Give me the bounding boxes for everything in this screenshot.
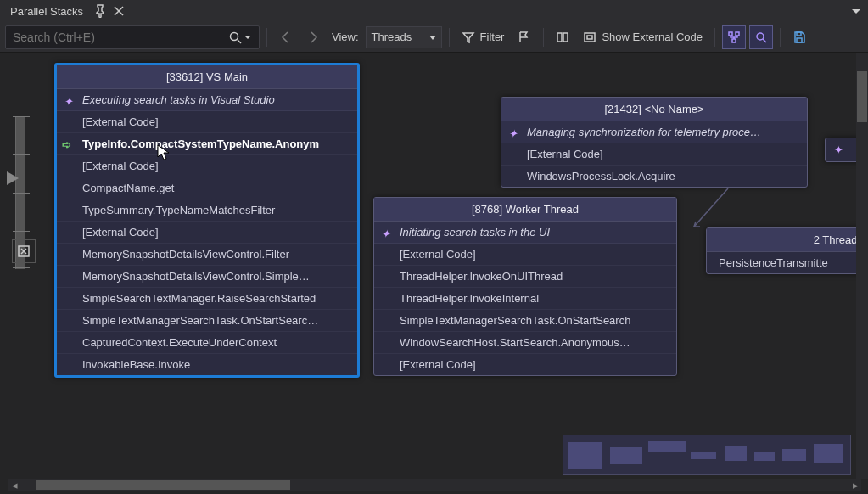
close-icon[interactable] xyxy=(110,3,127,20)
horizontal-scrollbar[interactable]: ◂ ▸ xyxy=(8,479,861,491)
scroll-left-icon[interactable]: ◂ xyxy=(8,479,20,491)
search-input-field[interactable] xyxy=(13,31,228,44)
stack-frame[interactable]: SimpleTextManagerSearchTask.OnStartSearc… xyxy=(57,310,357,332)
filter-label: Filter xyxy=(480,31,505,43)
stack-summary[interactable]: ✦ Initiating search tasks in the UI xyxy=(374,222,676,244)
svg-rect-4 xyxy=(587,36,592,39)
ai-sparkle-icon: ✦ xyxy=(64,95,73,108)
stack-summary[interactable]: ✦ Managing synchronization for telemetry… xyxy=(501,121,807,143)
scrollbar-thumb[interactable] xyxy=(36,480,290,490)
zoom-to-fit-button[interactable] xyxy=(12,239,36,263)
vertical-scrollbar[interactable] xyxy=(856,53,868,479)
view-label: View: xyxy=(332,31,359,43)
stack-frame[interactable]: CapturedContext.ExecuteUnderContext xyxy=(57,332,357,354)
view-select[interactable]: Threads xyxy=(366,26,442,48)
svg-point-0 xyxy=(231,32,238,40)
current-frame-icon: ➪ xyxy=(62,138,71,151)
scrollbar-thumb[interactable] xyxy=(857,71,867,122)
stack-frame[interactable]: [External Code] xyxy=(501,143,807,166)
stack-summary[interactable]: ✦ Executing search tasks in Visual Studi… xyxy=(57,89,357,111)
stack-frame[interactable]: SimpleTextManagerSearchTask.OnStartSearc… xyxy=(374,310,676,332)
stack-header[interactable]: [33612] VS Main xyxy=(57,65,357,89)
pin-icon[interactable] xyxy=(92,3,109,20)
nav-back-button[interactable] xyxy=(274,25,298,49)
titlebar: Parallel Stacks xyxy=(0,0,868,22)
toggle-method-view-button[interactable] xyxy=(551,25,574,49)
autolayout-button[interactable] xyxy=(722,25,746,49)
search-icon xyxy=(228,31,242,44)
stack-frame[interactable]: MemorySnapshotDetailsViewControl.Filter xyxy=(57,244,357,266)
stack-frame[interactable]: [External Code] xyxy=(374,354,676,375)
stack-frame[interactable]: ThreadHelper.InvokeInternal xyxy=(374,288,676,310)
ai-sparkle-icon: ✦ xyxy=(381,227,390,240)
stack-frame[interactable]: WindowSearchHost.StartSearch.Anonymous… xyxy=(374,332,676,354)
stack-frame[interactable]: SimpleSearchTextManager.RaiseSearchStart… xyxy=(57,288,357,310)
separator xyxy=(714,28,715,47)
ai-sparkle-icon: ✦ xyxy=(508,127,518,140)
window-menu-icon[interactable] xyxy=(848,3,865,20)
stack-frame[interactable]: ThreadHelper.InvokeOnUIThread xyxy=(374,266,676,288)
minimap[interactable] xyxy=(563,435,851,475)
stack-frame-current[interactable]: ➪ TypeInfo.CompactSystemTypeName.Anonym xyxy=(57,133,357,155)
zoom-control-button[interactable] xyxy=(749,25,773,49)
stack-frame[interactable]: [External Code] xyxy=(374,244,676,266)
stack-frame[interactable]: TypeSummary.TypeNameMatchesFilter xyxy=(57,199,357,222)
stack-header[interactable]: [21432] <No Name> xyxy=(501,98,807,121)
svg-point-8 xyxy=(757,33,764,40)
filter-icon xyxy=(462,31,475,44)
separator xyxy=(543,28,544,47)
stack-frame[interactable]: [External Code] xyxy=(57,111,357,133)
scroll-right-icon[interactable]: ▸ xyxy=(849,479,861,491)
search-input[interactable] xyxy=(5,25,260,49)
svg-rect-3 xyxy=(585,33,595,42)
toolbar: View: Threads Filter Show External Code xyxy=(0,22,868,53)
show-external-code-label: Show External Code xyxy=(602,31,703,43)
svg-rect-10 xyxy=(797,38,802,42)
svg-rect-6 xyxy=(736,32,739,36)
stack-header[interactable]: [8768] Worker Thread xyxy=(374,198,676,222)
separator xyxy=(449,28,450,47)
stack-worker-thread[interactable]: [8768] Worker Thread ✦ Initiating search… xyxy=(373,197,677,376)
stack-frame[interactable]: MemorySnapshotDetailsViewControl.Simple… xyxy=(57,266,357,288)
nav-forward-button[interactable] xyxy=(301,25,325,49)
separator xyxy=(780,28,781,47)
stack-frame[interactable]: CompactName.get xyxy=(57,177,357,199)
connector-line xyxy=(677,188,736,239)
flag-button[interactable] xyxy=(512,25,536,49)
save-button[interactable] xyxy=(787,25,811,49)
svg-rect-5 xyxy=(729,32,732,36)
window-title: Parallel Stacks xyxy=(3,3,90,20)
stack-vs-main[interactable]: [33612] VS Main ✦ Executing search tasks… xyxy=(54,63,360,378)
svg-rect-9 xyxy=(797,32,801,36)
stack-no-name[interactable]: [21432] <No Name> ✦ Managing synchroniza… xyxy=(501,97,808,188)
stack-frame[interactable]: WindowsProcessLock.Acquire xyxy=(501,166,807,187)
stack-frame[interactable]: PersistenceTransmitte xyxy=(707,252,868,273)
view-select-value: Threads xyxy=(372,31,412,43)
svg-rect-1 xyxy=(557,33,562,42)
search-dropdown-icon[interactable] xyxy=(244,31,252,44)
stack-frame[interactable]: [External Code] xyxy=(57,222,357,244)
external-code-icon xyxy=(583,31,596,44)
svg-rect-2 xyxy=(563,33,568,42)
separator xyxy=(266,28,267,47)
stacks-canvas[interactable]: [33612] VS Main ✦ Executing search tasks… xyxy=(0,53,868,494)
stack-frame[interactable]: InvokableBase.Invoke xyxy=(57,354,357,375)
zoom-slider-handle[interactable] xyxy=(7,171,19,185)
show-external-code-button[interactable]: Show External Code xyxy=(578,25,708,49)
stack-frame[interactable]: [External Code] xyxy=(57,155,357,177)
filter-button[interactable]: Filter xyxy=(456,25,510,49)
svg-rect-7 xyxy=(732,39,736,42)
